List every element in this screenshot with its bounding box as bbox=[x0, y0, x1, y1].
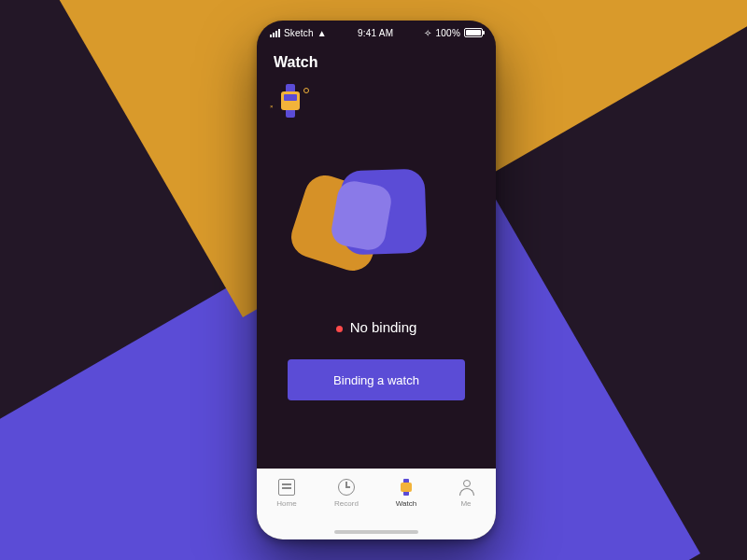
signal-icon bbox=[270, 29, 280, 37]
tab-label: Watch bbox=[396, 499, 416, 508]
watch-thumbnail[interactable]: × bbox=[274, 84, 307, 118]
person-icon bbox=[457, 478, 475, 497]
stopwatch-icon bbox=[337, 478, 356, 497]
tab-home[interactable]: Home bbox=[261, 478, 312, 508]
tab-label: Home bbox=[276, 499, 296, 508]
page-title: Watch bbox=[257, 45, 496, 77]
binding-status: No binding bbox=[257, 319, 496, 335]
tab-label: Record bbox=[334, 499, 359, 508]
home-indicator[interactable] bbox=[334, 530, 418, 534]
status-right: ✧ 100% bbox=[424, 28, 483, 38]
binding-status-label: No binding bbox=[350, 319, 417, 335]
status-left: Sketch ▲ bbox=[270, 28, 327, 38]
tab-label: Me bbox=[460, 499, 471, 508]
status-bar: Sketch ▲ 9:41 AM ✧ 100% bbox=[257, 21, 496, 45]
tab-bar: Home Record Watch Me bbox=[257, 469, 496, 539]
wifi-icon: ▲ bbox=[317, 28, 327, 38]
tab-me[interactable]: Me bbox=[441, 478, 491, 508]
watch-icon bbox=[397, 478, 416, 497]
battery-pct-label: 100% bbox=[436, 28, 460, 38]
tab-record[interactable]: Record bbox=[321, 478, 372, 508]
home-icon bbox=[277, 478, 296, 497]
status-dot-icon bbox=[336, 326, 343, 332]
tab-watch[interactable]: Watch bbox=[381, 478, 431, 508]
bluetooth-icon: ✧ bbox=[424, 28, 431, 38]
clock-label: 9:41 AM bbox=[358, 28, 393, 38]
carrier-label: Sketch bbox=[284, 28, 314, 38]
battery-icon bbox=[464, 28, 483, 37]
empty-state-illustration bbox=[297, 170, 437, 282]
design-canvas: Sketch ▲ 9:41 AM ✧ 100% Watch × No bindi… bbox=[0, 0, 747, 560]
phone-frame: Sketch ▲ 9:41 AM ✧ 100% Watch × No bindi… bbox=[257, 21, 496, 539]
bind-watch-button[interactable]: Binding a watch bbox=[288, 359, 465, 400]
